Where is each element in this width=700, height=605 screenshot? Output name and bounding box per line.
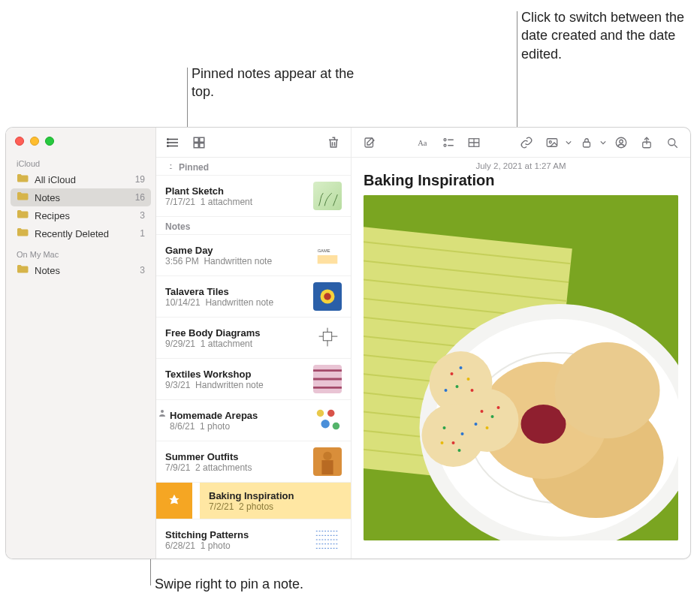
note-row-baking-inspiration[interactable]: Baking Inspiration 7/2/21 2 photos <box>156 483 351 519</box>
sidebar: iCloud All iCloud 19 Notes 16 Recipes 3 <box>6 128 156 559</box>
pin-icon <box>167 493 182 508</box>
note-title: Free Body Diagrams <box>165 327 306 339</box>
note-row-plant-sketch[interactable]: Plant Sketch 7/17/21 1 attachment <box>156 176 351 217</box>
note-title: Baking Inspiration <box>209 490 342 501</box>
note-row-textiles[interactable]: Textiles Workshop 9/3/21 Handwritten not… <box>156 359 351 400</box>
sidebar-section-icloud: iCloud <box>6 152 155 170</box>
note-subtitle: 6/28/21 1 photo <box>165 540 306 551</box>
svg-point-26 <box>161 410 164 413</box>
svg-point-28 <box>327 410 335 417</box>
note-row-stitching[interactable]: Stitching Patterns 6/28/21 1 photo <box>156 519 351 559</box>
svg-point-89 <box>441 441 444 444</box>
editor-date-toggle[interactable]: July 2, 2021 at 1:27 AM <box>352 158 690 172</box>
sidebar-item-all-icloud[interactable]: All iCloud 19 <box>6 170 155 188</box>
editor-date-text: July 2, 2021 at 1:27 AM <box>475 161 566 170</box>
close-window-button[interactable] <box>15 137 24 146</box>
note-title: Homemade Arepas <box>170 410 306 421</box>
chevron-down-icon <box>566 137 572 148</box>
folder-icon <box>17 209 29 221</box>
svg-point-29 <box>321 420 329 428</box>
link-note-button[interactable] <box>516 134 537 152</box>
sidebar-item-count: 3 <box>140 265 145 275</box>
checklist-button[interactable] <box>438 134 459 152</box>
collaborate-button[interactable] <box>611 134 632 152</box>
svg-point-44 <box>549 140 551 143</box>
svg-text:GAME: GAME <box>318 248 330 253</box>
note-subtitle: 7/17/21 1 attachment <box>165 197 306 207</box>
table-button[interactable] <box>463 134 484 152</box>
svg-rect-33 <box>321 460 333 474</box>
svg-point-38 <box>444 144 446 146</box>
svg-point-81 <box>481 410 484 413</box>
note-title: Game Day <box>165 245 306 256</box>
swipe-pin-action[interactable] <box>156 483 192 519</box>
note-thumbnail <box>313 182 342 210</box>
callout-swipe-text: Swipe right to pin a note. <box>155 576 303 591</box>
gallery-view-button[interactable] <box>189 134 209 152</box>
note-thumbnail <box>313 282 342 311</box>
svg-point-32 <box>323 452 331 460</box>
notes-list-column: Pinned Plant Sketch 7/17/21 1 attachment… <box>156 128 352 559</box>
editor-title[interactable]: Baking Inspiration <box>352 172 690 195</box>
new-note-button[interactable] <box>359 134 380 152</box>
editor-toolbar: Aa <box>352 128 690 158</box>
svg-rect-7 <box>200 137 204 142</box>
note-thumbnail <box>313 365 342 393</box>
sidebar-item-recently-deleted[interactable]: Recently Deleted 1 <box>6 224 155 242</box>
svg-point-80 <box>445 389 448 392</box>
list-toolbar <box>156 128 351 158</box>
svg-point-30 <box>333 423 340 430</box>
svg-point-47 <box>620 140 623 143</box>
note-thumbnail <box>313 525 342 554</box>
note-title: Textiles Workshop <box>165 369 306 380</box>
note-thumbnail <box>313 406 342 435</box>
svg-text:Aa: Aa <box>418 138 427 146</box>
note-row-free-body[interactable]: Free Body Diagrams 9/29/21 1 attachment <box>156 318 351 359</box>
note-row-summer-outfits[interactable]: Summer Outfits 7/9/21 2 attachments <box>156 441 351 483</box>
note-subtitle: 9/29/21 1 attachment <box>165 339 306 349</box>
note-subtitle: 10/14/21 Handwritten note <box>165 297 306 308</box>
svg-point-75 <box>451 372 454 375</box>
svg-point-77 <box>467 378 470 381</box>
search-button[interactable] <box>662 134 683 152</box>
svg-point-3 <box>167 138 169 140</box>
sidebar-item-count: 19 <box>135 174 145 185</box>
sidebar-section-on-my-mac: On My Mac <box>6 242 155 261</box>
pinned-header-label: Pinned <box>179 162 209 173</box>
svg-point-82 <box>491 415 494 418</box>
editor-attached-image[interactable] <box>364 195 678 540</box>
svg-point-76 <box>460 366 463 369</box>
svg-rect-13 <box>318 255 338 263</box>
note-title: Stitching Patterns <box>165 529 306 540</box>
sidebar-item-recipes[interactable]: Recipes 3 <box>6 206 155 224</box>
delete-note-button[interactable] <box>324 134 343 152</box>
note-row-game-day[interactable]: Game Day 3:56 PM Handwritten note GAME <box>156 235 351 276</box>
note-row-arepas[interactable]: Homemade Arepas 8/6/21 1 photo <box>156 400 351 441</box>
format-text-button[interactable]: Aa <box>412 134 433 152</box>
window-controls <box>6 134 155 152</box>
sidebar-item-notes[interactable]: Notes 16 <box>11 188 151 206</box>
note-subtitle: 7/2/21 2 photos <box>209 501 342 512</box>
pin-icon <box>165 163 174 172</box>
media-button[interactable] <box>542 134 563 152</box>
note-row-talavera[interactable]: Talavera Tiles 10/14/21 Handwritten note <box>156 276 351 318</box>
fullscreen-window-button[interactable] <box>45 137 54 146</box>
shared-people-icon <box>158 408 167 417</box>
minimize-window-button[interactable] <box>30 137 39 146</box>
note-subtitle: 7/9/21 2 attachments <box>165 462 306 473</box>
svg-point-90 <box>458 449 461 452</box>
notes-section-header: Notes <box>156 217 351 235</box>
callout-pinned: Pinned notes appear at the top. <box>192 65 357 101</box>
sidebar-item-count: 1 <box>140 228 145 239</box>
callout-date-toggle-text: Click to switch between the date created… <box>521 10 684 62</box>
lock-note-button[interactable] <box>576 134 597 152</box>
svg-rect-17 <box>323 332 331 340</box>
svg-point-88 <box>461 432 464 435</box>
sidebar-item-local-notes[interactable]: Notes 3 <box>6 261 155 279</box>
share-button[interactable] <box>636 134 657 152</box>
folder-icon <box>17 173 29 185</box>
list-view-button[interactable] <box>164 134 183 152</box>
note-title: Plant Sketch <box>165 185 306 197</box>
svg-point-70 <box>521 405 566 444</box>
callout-date-toggle: Click to switch between the date created… <box>521 8 686 63</box>
